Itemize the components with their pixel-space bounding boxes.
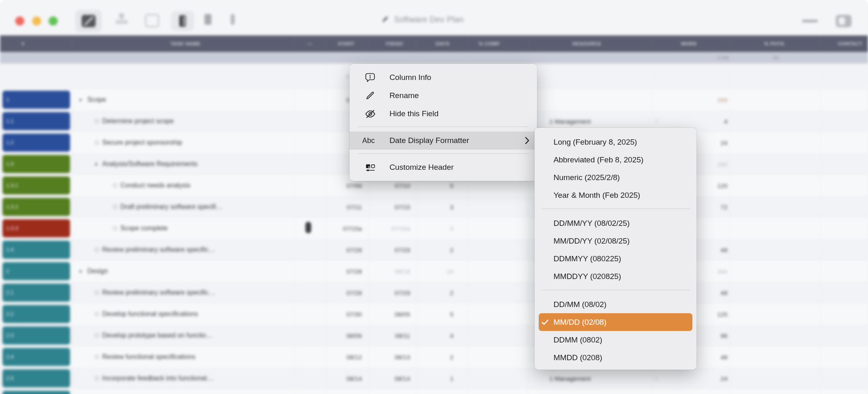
submenu-item-numeric-2025-2-8[interactable]: Numeric (2025/2/8)	[535, 169, 697, 186]
menu-item-hide-this-field[interactable]: Hide this Field	[350, 105, 537, 123]
menu-item-column-info[interactable]: Column Info	[350, 68, 537, 87]
row-marker-icon[interactable]	[95, 248, 99, 252]
task-name: Analysis/Software Requirements	[102, 160, 197, 168]
info-balloon-icon	[359, 72, 382, 83]
table-row[interactable]: 2.2 Develop functional specifications 07…	[0, 303, 868, 325]
submenu-item-label: DDMM (0802)	[554, 335, 602, 345]
zoom-window-button[interactable]	[49, 16, 58, 26]
ellipsis-icon[interactable]	[802, 20, 818, 22]
header-divider	[295, 38, 295, 49]
submenu-item-long-february-8-2025[interactable]: Long (February 8, 2025)	[535, 133, 697, 151]
row-marker-icon[interactable]	[113, 183, 117, 188]
column-header-dash[interactable]: —	[307, 41, 312, 46]
task-name: Develop prototype based on functio…	[102, 332, 213, 339]
submenu-item-mmddyy-020825[interactable]: MMDDYY (020825)	[535, 267, 697, 285]
table-row[interactable]: 2.4 Review functional specifications 08/…	[0, 346, 868, 368]
row-marker-icon[interactable]: ▾	[79, 269, 82, 274]
table-row[interactable]	[0, 389, 868, 394]
header-divider	[369, 38, 369, 49]
task-name: Incorporate feedback into functional…	[102, 375, 213, 382]
column-header-phys[interactable]: % PHYS.	[764, 41, 786, 46]
task-name: Draft preliminary software specifi…	[120, 203, 223, 211]
finish-date: 08/13	[394, 354, 410, 361]
minimize-window-button[interactable]	[32, 16, 41, 26]
row-marker-icon[interactable]	[95, 119, 99, 123]
pen-icon	[381, 16, 389, 23]
table-row[interactable]: 2.3 Develop prototype based on functio… …	[0, 325, 868, 347]
menu-divider	[358, 127, 529, 127]
task-id-badge: 1.4	[2, 241, 70, 259]
table-row[interactable]: 1.3.3 Scope complete 07/15a 07/15a 0	[0, 218, 868, 239]
row-marker-icon[interactable]: ▾	[95, 162, 98, 167]
sidebar-toggle-icon[interactable]	[836, 15, 852, 27]
allocation-mark: 1	[655, 375, 658, 381]
work-value: 120	[717, 182, 727, 189]
menu-item-customize-header[interactable]: Customize Header	[350, 158, 537, 176]
task-id-badge: 2.5	[2, 369, 70, 387]
table-row[interactable]: 2.1 Review preliminary software specific…	[0, 282, 868, 304]
submenu-item-mm-dd-02-08[interactable]: MM/DD (02/08)	[539, 313, 692, 331]
blurred-background: Software Dev Plan #TASK NAME—STARTFINISH…	[0, 0, 868, 394]
submenu-item-ddmmyy-080225[interactable]: DDMMYY (080225)	[535, 250, 697, 267]
table-row[interactable]: 1.4 Review preliminary software specific…	[0, 239, 868, 261]
chart-view-icon[interactable]	[75, 10, 102, 32]
menu-item-label: Rename	[389, 91, 419, 100]
work-value: 268	[717, 96, 727, 103]
finish-date: 08/05	[394, 311, 410, 318]
person-icon[interactable]	[115, 13, 128, 24]
task-id: 2.5	[6, 375, 14, 381]
menu-item-label: Customize Header	[389, 163, 454, 172]
row-marker-icon[interactable]	[95, 376, 99, 380]
submenu-chevron-icon	[525, 136, 530, 145]
table-row[interactable]: 2.5 Incorporate feedback into functional…	[0, 368, 868, 389]
document-title-group[interactable]: Software Dev Plan	[381, 15, 464, 24]
dark-panel-icon[interactable]	[171, 11, 194, 31]
row-marker-icon[interactable]	[95, 141, 99, 145]
task-id: 1.3.1	[6, 183, 18, 188]
column-header-work[interactable]: WORK	[681, 41, 697, 46]
column-header-days[interactable]: DAYS	[436, 41, 449, 46]
submenu-item-dd-mm-yy-08-02-25[interactable]: DD/MM/YY (08/02/25)	[535, 214, 697, 232]
start-date: 07/15a	[343, 225, 362, 232]
submenu-item-label: MM/DD (02/08)	[554, 318, 607, 327]
task-id-badge: 2	[2, 262, 70, 280]
task-id-badge: 1.2	[2, 134, 70, 152]
submenu-item-dd-mm-08-02[interactable]: DD/MM (08/02)	[535, 296, 697, 313]
submenu-item-mm-dd-yy-02-08-25[interactable]: MM/DD/YY (02/08/25)	[535, 232, 697, 250]
bar-icon[interactable]	[231, 14, 235, 25]
panel-icon[interactable]	[204, 14, 211, 25]
column-header-contact[interactable]: CONTACT	[838, 41, 863, 46]
frame-icon[interactable]	[145, 14, 159, 27]
menu-item-rename[interactable]: Rename	[350, 87, 537, 105]
column-header-task-name[interactable]: TASK NAME	[171, 41, 201, 46]
row-marker-icon[interactable]	[95, 291, 99, 295]
row-marker-icon[interactable]: ▾	[79, 97, 82, 103]
task-name: Secure project sponsorship	[102, 139, 182, 146]
column-header-resource[interactable]: RESOURCE	[572, 41, 601, 46]
finish-date: 07/10	[394, 182, 410, 189]
column-header-comp[interactable]: % COMP	[479, 41, 500, 46]
row-marker-icon[interactable]	[113, 205, 117, 209]
table-row[interactable]: 1.3.2 Draft preliminary software specifi…	[0, 196, 868, 218]
table-row[interactable]: 2 ▾ Design 07/28 08/18 16 344	[0, 260, 868, 282]
close-window-button[interactable]	[15, 16, 24, 26]
task-id: 1.3.3	[6, 225, 18, 231]
row-marker-icon[interactable]	[95, 312, 99, 316]
row-marker-icon[interactable]	[95, 333, 99, 338]
submenu-item-mmdd-0208[interactable]: MMDD (0208)	[535, 349, 697, 366]
row-marker-icon[interactable]	[113, 226, 117, 230]
submenu-item-year-month-feb-2025[interactable]: Year & Month (Feb 2025)	[535, 186, 697, 204]
submenu-item-label: MM/DD/YY (02/08/25)	[554, 237, 630, 246]
task-id: 2.4	[6, 354, 14, 360]
column-header-dash[interactable]: #	[22, 41, 25, 46]
column-header-start[interactable]: START	[338, 41, 354, 46]
start-date: 08/12	[346, 354, 362, 361]
submenu-item-abbreviated-feb-8-2025[interactable]: Abbreviated (Feb 8, 2025)	[535, 151, 697, 169]
submenu-item-label: Numeric (2025/2/8)	[554, 173, 620, 182]
header-divider	[326, 38, 326, 49]
menu-item-date-display-formatter[interactable]: Abc Date Display Formatter	[350, 131, 537, 150]
column-header-finish[interactable]: FINISH	[386, 41, 403, 46]
row-marker-icon[interactable]	[95, 355, 99, 359]
submenu-item-ddmm-0802[interactable]: DDMM (0802)	[535, 331, 697, 349]
work-value: 72	[720, 204, 727, 211]
